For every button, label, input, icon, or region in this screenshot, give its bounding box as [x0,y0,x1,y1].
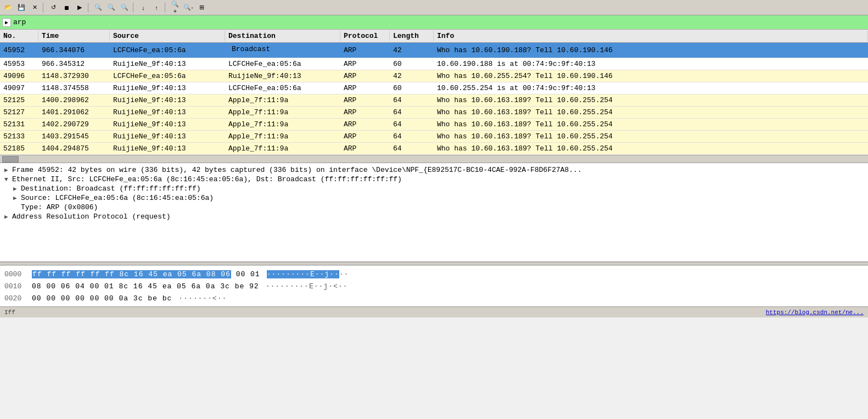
detail-row[interactable]: ▼Ethernet II, Src: LCFCHeFe_ea:05:6a (8c… [0,175,868,184]
cell-destination: LCFCHeFe_ea:05:6a [225,83,340,93]
hex-panel: 0000ff ff ff ff ff ff 8c 16 45 ea 05 6a … [0,265,868,306]
expand-arrow-icon: ▶ [13,185,21,192]
cell-source: RuijieNe_9f:40:13 [110,83,225,93]
packet-row[interactable]: 521331403.291545RuijieNe_9f:40:13Apple_7… [0,131,868,143]
hex-ascii: ·········E··j·<·· [266,282,348,290]
toolbar-btn-jump[interactable]: ↓ [137,2,149,14]
cell-time: 966.344076 [38,45,110,55]
cell-protocol: ARP [340,59,390,69]
cell-destination: Apple_7f:11:9a [225,143,340,154]
detail-text: Frame 45952: 42 bytes on wire (336 bits)… [12,166,582,174]
hex-bytes: ff ff ff ff ff ff 8c 16 45 ea 05 6a 08 0… [32,270,260,278]
toolbar-btn-close[interactable]: ✕ [29,2,41,14]
detail-row[interactable]: ▶Source: LCFCHeFe_ea:05:6a (8c:16:45:ea:… [0,193,868,203]
cell-length: 64 [390,143,434,154]
cell-length: 64 [390,107,434,118]
cell-protocol: ARP [340,119,390,130]
expand-arrow-icon: ▶ [4,213,12,220]
cell-info: Who has 10.60.163.189? Tell 10.60.255.25… [434,95,868,105]
hscroll-bar[interactable] [2,156,19,163]
toolbar-btn-open[interactable]: 📂 [2,2,14,14]
hex-row: 001008 00 06 04 00 01 8c 16 45 ea 05 6a … [4,280,864,292]
toolbar-btn-restart[interactable]: ↺ [47,2,59,14]
toolbar-btn-zoom-in[interactable]: 🔍+ [169,2,181,14]
cell-destination: LCFCHeFe_ea:05:6a [225,59,340,69]
packet-row[interactable]: 521311402.290729RuijieNe_9f:40:13Apple_7… [0,119,868,131]
toolbar-btn-filter3[interactable]: 🔍 [119,2,131,14]
detail-row[interactable]: ▶Frame 45952: 42 bytes on wire (336 bits… [0,165,868,175]
packet-rows: 45952966.344076LCFCHeFe_ea:05:6aBroadcas… [0,43,868,155]
detail-text: Address Resolution Protocol (request) [12,213,171,221]
toolbar-btn-filter2[interactable]: 🔍 [105,2,117,14]
packet-row[interactable]: 490961148.372930LCFCHeFe_ea:05:6aRuijieN… [0,70,868,82]
cell-time: 1404.294875 [38,143,110,154]
cell-no: 52125 [0,95,38,105]
toolbar-sep-1 [43,3,45,13]
packet-row[interactable]: 490971148.374558RuijieNe_9f:40:13LCFCHeF… [0,82,868,94]
col-source: Source [110,31,225,41]
toolbar-btn-stop[interactable]: ⏹ [60,2,72,14]
toolbar-btn-zoom-reset[interactable]: ⊞ [195,2,208,14]
hex-ascii: ·········E··j···· [267,270,349,278]
cell-no: 52127 [0,107,38,118]
toolbar-btn-jump-up[interactable]: ↑ [150,2,163,14]
cell-time: 1148.374558 [38,83,110,93]
packet-row[interactable]: 45953966.345312RuijieNe_9f:40:13LCFCHeFe… [0,58,868,70]
cell-length: 64 [390,95,434,105]
cell-destination: Apple_7f:11:9a [225,107,340,118]
expand-arrow-icon: ▼ [4,176,12,183]
hex-row: 002000 00 00 00 00 00 0a 3c be bc·······… [4,292,864,304]
cell-info: 10.60.190.188 is at 00:74:9c:9f:40:13 [434,59,868,69]
status-bar: Iff https://blog.csdn.net/ne... [0,306,868,317]
cell-protocol: ARP [340,131,390,142]
cell-source: RuijieNe_9f:40:13 [110,95,225,105]
detail-row[interactable]: ▶Destination: Broadcast (ff:ff:ff:ff:ff:… [0,184,868,193]
packet-row[interactable]: 521851404.294875RuijieNe_9f:40:13Apple_7… [0,143,868,155]
hex-bytes: 08 00 06 04 00 01 8c 16 45 ea 05 6a 0a 3… [32,282,259,290]
filter-input[interactable] [13,18,178,26]
packet-row[interactable]: 45952966.344076LCFCHeFe_ea:05:6aBroadcas… [0,43,868,58]
packet-row[interactable]: 521251400.298962RuijieNe_9f:40:13Apple_7… [0,94,868,107]
cell-time: 966.345312 [38,59,110,69]
col-destination: Destination [225,31,340,41]
cell-time: 1402.290729 [38,119,110,130]
cell-info: Who has 10.60.163.189? Tell 10.60.255.25… [434,131,868,142]
toolbar-sep-2 [88,3,90,13]
status-text: Iff [4,309,15,316]
cell-destination: Broadcast [225,43,340,58]
cell-time: 1400.298962 [38,95,110,105]
cell-source: RuijieNe_9f:40:13 [110,131,225,142]
detail-text: Destination: Broadcast (ff:ff:ff:ff:ff:f… [21,185,201,193]
toolbar-btn-start[interactable]: ▶ [74,2,86,14]
cell-length: 42 [390,71,434,81]
cell-time: 1403.291545 [38,131,110,142]
toolbar-btn-filter[interactable]: 🔍 [92,2,104,14]
toolbar-sep-3 [133,3,135,13]
cell-destination: RuijieNe_9f:40:13 [225,71,340,81]
cell-info: Who has 10.60.163.189? Tell 10.60.255.25… [434,107,868,118]
cell-source: RuijieNe_9f:40:13 [110,143,225,154]
status-link[interactable]: https://blog.csdn.net/ne... [766,309,864,316]
packet-row[interactable]: 521271401.291062RuijieNe_9f:40:13Apple_7… [0,107,868,119]
detail-text: Ethernet II, Src: LCFCHeFe_ea:05:6a (8c:… [12,175,402,183]
packet-list-header: No. Time Source Destination Protocol Len… [0,30,868,43]
cell-destination: Apple_7f:11:9a [225,131,340,142]
hscroll[interactable] [0,155,868,163]
expand-arrow-icon: ▶ [4,166,12,174]
toolbar-btn-save[interactable]: 💾 [15,2,27,14]
cell-protocol: ARP [340,83,390,93]
filter-icon: ▶ [2,18,11,27]
cell-protocol: ARP [340,45,390,55]
cell-length: 64 [390,119,434,130]
hex-offset: 0010 [4,282,32,290]
hex-offset: 0020 [4,294,32,303]
cell-info: Who has 10.60.163.189? Tell 10.60.255.25… [434,119,868,130]
cell-time: 1401.291062 [38,107,110,118]
detail-row[interactable]: ▶Address Resolution Protocol (request) [0,212,868,221]
cell-no: 52133 [0,131,38,142]
cell-no: 52131 [0,119,38,130]
col-time: Time [38,31,110,41]
cell-source: RuijieNe_9f:40:13 [110,59,225,69]
toolbar-btn-zoom-out[interactable]: 🔍- [182,2,194,14]
cell-no: 52185 [0,143,38,154]
